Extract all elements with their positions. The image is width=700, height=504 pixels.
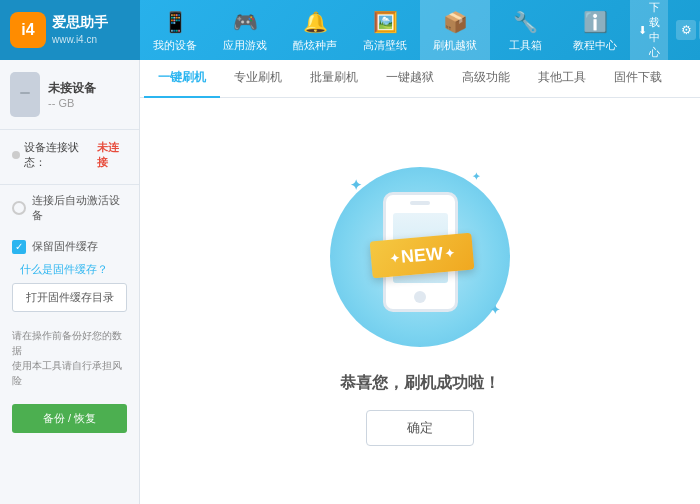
tab-other-tools[interactable]: 其他工具 bbox=[524, 60, 600, 98]
nav-item-my-device[interactable]: 📱 我的设备 bbox=[140, 0, 210, 60]
nav-label-app-games: 应用游戏 bbox=[223, 38, 267, 53]
checkbox-keep-firmware[interactable]: ✓ bbox=[12, 240, 26, 254]
keep-firmware-option[interactable]: ✓ 保留固件缓存 bbox=[0, 231, 139, 262]
device-area: 未接设备 -- GB bbox=[0, 60, 139, 130]
nav-item-wallpaper[interactable]: 🖼️ 高清壁纸 bbox=[350, 0, 420, 60]
open-cache-button[interactable]: 打开固件缓存目录 bbox=[12, 283, 127, 312]
nav-label-toolbox: 工具箱 bbox=[509, 38, 542, 53]
success-illustration: ✦ ✦ ✦ ✦ NEW ✦ bbox=[320, 157, 520, 357]
main-content: ✦ ✦ ✦ ✦ NEW ✦ 恭喜您，刷机成功啦！ 确定 bbox=[140, 98, 700, 504]
download-icon: ⬇ bbox=[638, 24, 647, 37]
nav-item-toolbox[interactable]: 🔧 工具箱 bbox=[490, 0, 560, 60]
wallpaper-icon: 🖼️ bbox=[371, 8, 399, 36]
device-icon: 📱 bbox=[161, 8, 189, 36]
logo-icon: i4 bbox=[10, 12, 46, 48]
status-row: 设备连接状态： 未连接 bbox=[12, 140, 127, 170]
flash-icon: 📦 bbox=[441, 8, 469, 36]
app-icon: 🎮 bbox=[231, 8, 259, 36]
ringtone-icon: 🔔 bbox=[301, 8, 329, 36]
auto-activate-option[interactable]: 连接后自动激活设备 bbox=[0, 185, 139, 231]
settings-icon[interactable]: ⚙ bbox=[676, 20, 696, 40]
content-area: 一键刷机 专业刷机 批量刷机 一键越狱 高级功能 其他工具 固件下载 bbox=[140, 60, 700, 504]
connection-status: 设备连接状态： 未连接 bbox=[0, 130, 139, 185]
sparkle-2: ✦ bbox=[472, 171, 480, 182]
status-dot-icon bbox=[12, 151, 20, 159]
device-thumbnail bbox=[10, 72, 40, 117]
confirm-button[interactable]: 确定 bbox=[366, 410, 474, 446]
phone-shape: ✦ NEW ✦ bbox=[383, 192, 458, 312]
nav-label-ringtones: 酷炫种声 bbox=[293, 38, 337, 53]
tab-advanced[interactable]: 高级功能 bbox=[448, 60, 524, 98]
device-name: 未接设备 bbox=[48, 80, 96, 97]
auto-activate-label: 连接后自动激活设备 bbox=[32, 193, 127, 223]
nav-item-flash[interactable]: 📦 刷机越狱 bbox=[420, 0, 490, 60]
warning-text: 请在操作前备份好您的数据使用本工具请自行承担风险 bbox=[0, 318, 139, 398]
nav-item-app-games[interactable]: 🎮 应用游戏 bbox=[210, 0, 280, 60]
nav-label-tutorial: 教程中心 bbox=[573, 38, 617, 53]
tab-firmware-dl[interactable]: 固件下载 bbox=[600, 60, 676, 98]
success-message: 恭喜您，刷机成功啦！ bbox=[340, 373, 500, 394]
toolbox-icon: 🔧 bbox=[511, 8, 539, 36]
star-right-icon: ✦ bbox=[444, 245, 455, 260]
radio-auto-activate[interactable] bbox=[12, 201, 26, 215]
device-info: 未接设备 -- GB bbox=[48, 80, 96, 109]
tab-batch-flash[interactable]: 批量刷机 bbox=[296, 60, 372, 98]
nav-item-ringtones[interactable]: 🔔 酷炫种声 bbox=[280, 0, 350, 60]
keep-firmware-label: 保留固件缓存 bbox=[32, 239, 98, 254]
logo-area: i4 爱思助手 www.i4.cn bbox=[0, 0, 140, 60]
connection-value: 未连接 bbox=[97, 140, 127, 170]
sparkle-3: ✦ bbox=[490, 303, 500, 317]
sub-nav: 一键刷机 专业刷机 批量刷机 一键越狱 高级功能 其他工具 固件下载 bbox=[140, 60, 700, 98]
main-layout: 未接设备 -- GB 设备连接状态： 未连接 连接后自动激活设备 ✓ 保留固件缓… bbox=[0, 60, 700, 504]
sparkle-1: ✦ bbox=[350, 177, 362, 193]
firmware-help-link[interactable]: 什么是固件缓存？ bbox=[20, 262, 139, 277]
nav-label-wallpaper: 高清壁纸 bbox=[363, 38, 407, 53]
tab-pro-flash[interactable]: 专业刷机 bbox=[220, 60, 296, 98]
nav-items: 📱 我的设备 🎮 应用游戏 🔔 酷炫种声 🖼️ 高清壁纸 📦 刷机越狱 🔧 工具… bbox=[140, 0, 630, 60]
header: i4 爱思助手 www.i4.cn 📱 我的设备 🎮 应用游戏 🔔 酷炫种声 🖼… bbox=[0, 0, 700, 60]
tab-one-click-flash[interactable]: 一键刷机 bbox=[144, 60, 220, 98]
sidebar: 未接设备 -- GB 设备连接状态： 未连接 连接后自动激活设备 ✓ 保留固件缓… bbox=[0, 60, 140, 504]
header-right: ⬇ 下载中心 ⚙ — □ ✕ bbox=[630, 0, 700, 64]
star-left-icon: ✦ bbox=[388, 250, 399, 265]
backup-restore-button[interactable]: 备份 / 恢复 bbox=[12, 404, 127, 433]
nav-label-flash: 刷机越狱 bbox=[433, 38, 477, 53]
nav-label-my-device: 我的设备 bbox=[153, 38, 197, 53]
logo-text: 爱思助手 www.i4.cn bbox=[52, 13, 108, 47]
tutorial-icon: ℹ️ bbox=[581, 8, 609, 36]
window-controls: ⚙ — □ ✕ bbox=[676, 20, 700, 40]
connection-label: 设备连接状态： bbox=[24, 140, 93, 170]
tab-one-click-jailbreak[interactable]: 一键越狱 bbox=[372, 60, 448, 98]
warning-text-content: 请在操作前备份好您的数据使用本工具请自行承担风险 bbox=[12, 330, 122, 386]
device-storage: -- GB bbox=[48, 97, 96, 109]
new-text: NEW bbox=[400, 243, 444, 268]
download-center-button[interactable]: ⬇ 下载中心 bbox=[630, 0, 668, 64]
nav-item-tutorial[interactable]: ℹ️ 教程中心 bbox=[560, 0, 630, 60]
